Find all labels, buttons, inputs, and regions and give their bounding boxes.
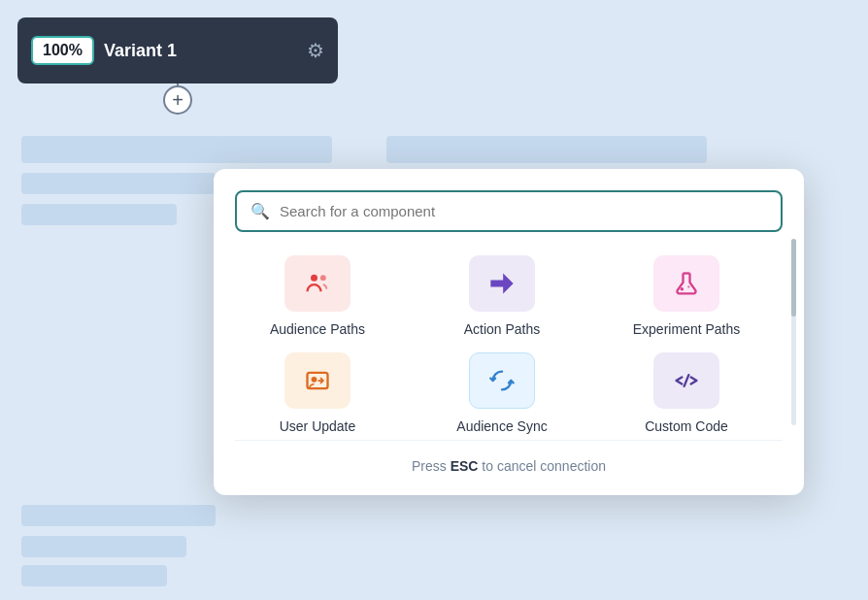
custom-code-icon [653, 352, 719, 409]
svg-line-8 [684, 375, 689, 386]
canvas-block [386, 136, 707, 163]
user-update-label: User Update [280, 418, 356, 434]
footer-text-after: to cancel connection [478, 458, 606, 474]
canvas-block [21, 204, 177, 225]
gear-icon[interactable]: ⚙ [307, 39, 324, 62]
scrollbar[interactable] [791, 239, 796, 425]
variant-node: 100% Variant 1 ⚙ [17, 17, 338, 83]
svg-point-7 [312, 377, 317, 383]
component-item-experiment-paths[interactable]: Experiment Paths [604, 255, 769, 337]
user-update-icon [284, 352, 351, 409]
search-box[interactable]: 🔍 [235, 190, 783, 232]
canvas-block [21, 565, 167, 586]
component-picker-panel: 🔍 Audience PathsAction PathsExperiment P… [214, 169, 804, 495]
scrollbar-thumb [791, 239, 796, 317]
component-grid: Audience PathsAction PathsExperiment Pat… [235, 255, 783, 434]
audience-paths-label: Audience Paths [270, 321, 365, 337]
esc-key: ESC [451, 458, 479, 474]
canvas-block [21, 136, 332, 163]
variant-percent-badge: 100% [31, 36, 94, 65]
svg-point-5 [687, 285, 689, 287]
action-paths-icon [469, 255, 535, 312]
component-item-audience-paths[interactable]: Audience Paths [235, 255, 400, 337]
svg-point-1 [320, 275, 326, 281]
experiment-paths-label: Experiment Paths [633, 321, 741, 337]
add-component-button[interactable]: + [163, 85, 192, 115]
component-item-action-paths[interactable]: Action Paths [419, 255, 584, 337]
action-paths-label: Action Paths [464, 321, 541, 337]
svg-marker-2 [490, 274, 513, 294]
experiment-paths-icon [653, 255, 719, 312]
audience-sync-icon [469, 352, 535, 409]
svg-point-4 [681, 287, 684, 291]
component-item-custom-code[interactable]: Custom Code [604, 352, 769, 434]
custom-code-label: Custom Code [645, 418, 728, 434]
audience-sync-label: Audience Sync [456, 418, 547, 434]
footer-hint: Press ESC to cancel connection [235, 440, 783, 474]
canvas-block [21, 536, 186, 557]
canvas-block [21, 173, 216, 194]
component-item-audience-sync[interactable]: Audience Sync [419, 352, 584, 434]
search-icon: 🔍 [250, 202, 270, 220]
audience-paths-icon [284, 255, 351, 312]
canvas-block [21, 505, 216, 526]
variant-label: Variant 1 [104, 41, 297, 61]
component-item-user-update[interactable]: User Update [235, 352, 400, 434]
svg-point-0 [311, 275, 317, 282]
search-input[interactable] [280, 203, 767, 219]
